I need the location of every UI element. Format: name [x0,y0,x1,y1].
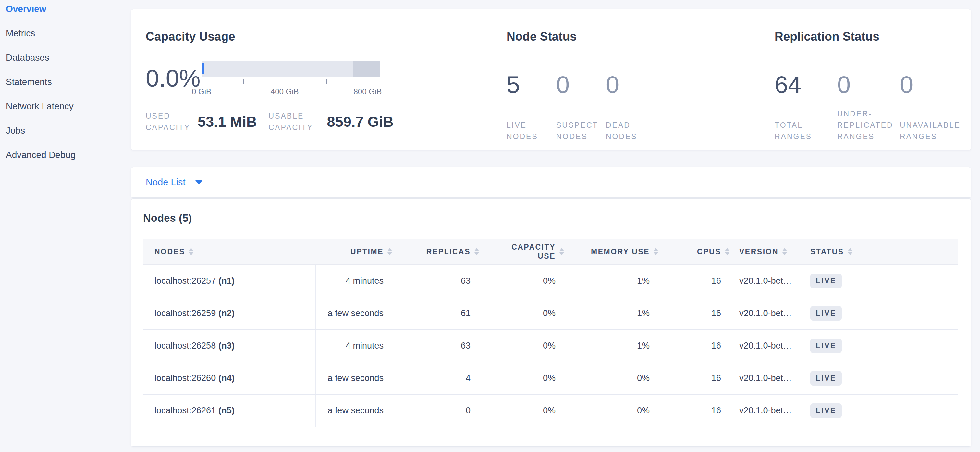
replicas-cell: 61 [395,297,482,330]
capacity-usage-title: Capacity Usage [146,30,507,44]
nodes-table: NODES UPTIME REPLICAS CAPACITY USE [143,239,958,427]
sort-icon[interactable] [189,248,193,255]
status-badge: LIVE [810,274,842,288]
node-address-cell[interactable]: localhost:26259 (n2) [143,297,316,330]
memory-use-cell: 1% [567,330,661,362]
capacity-stats: USED CAPACITY 53.1 MiB USABLE CAPACITY 8… [146,111,507,133]
gauge-tick [326,79,327,84]
sidebar-item-databases[interactable]: Databases [6,45,131,70]
memory-use-cell: 1% [567,265,661,297]
sort-icon[interactable] [783,248,787,255]
node-status-values: 5 0 0 [507,73,771,97]
node-id: (n2) [218,308,235,319]
sidebar-item-overview[interactable]: Overview [6,0,131,21]
column-header-status[interactable]: STATUS [809,239,958,264]
status-badge: LIVE [810,403,842,418]
node-address-cell[interactable]: localhost:26258 (n3) [143,330,316,362]
node-address: localhost:26261 [154,406,216,416]
uptime-cell: a few seconds [316,297,395,330]
node-address-cell[interactable]: localhost:26261 (n5) [143,395,316,427]
node-id: (n3) [218,341,235,351]
usable-capacity-value: 859.7 GiB [327,114,394,130]
column-header-nodes[interactable]: NODES [143,239,316,264]
used-capacity-value: 53.1 MiB [197,114,257,130]
table-row[interactable]: localhost:26260 (n4) a few seconds 4 0% … [143,362,958,395]
usable-capacity-label: USABLE CAPACITY [269,111,327,133]
capacity-gauge-axis: 0 GiB 400 GiB 800 GiB [202,87,380,96]
capacity-gauge-used-marker [202,63,204,74]
node-status-title: Node Status [507,30,771,44]
replicas-cell: 0 [395,395,482,427]
cpus-cell: 16 [661,265,733,297]
table-row[interactable]: localhost:26258 (n3) 4 minutes 63 0% 1% … [143,330,958,362]
chevron-down-icon [195,180,202,184]
status-cell: LIVE [809,297,958,330]
suspect-nodes-value: 0 [556,73,606,97]
capacity-use-cell: 0% [482,395,567,427]
axis-label-0gib: 0 GiB [192,87,211,96]
column-header-label: UPTIME [350,247,383,256]
table-row[interactable]: localhost:26261 (n5) a few seconds 0 0% … [143,395,958,427]
version-cell: v20.1.0-bet… [733,362,809,394]
unavailable-ranges-value: 0 [900,73,963,97]
capacity-use-cell: 0% [482,330,567,362]
sidebar-item-statements[interactable]: Statements [6,70,131,94]
sidebar-item-network-latency[interactable]: Network Latency [6,94,131,118]
sort-icon[interactable] [654,248,658,255]
column-header-label: STATUS [810,247,844,256]
replication-status-panel: Replication Status 64 0 0 TOTAL RANGES U… [771,10,971,150]
node-address-cell[interactable]: localhost:26260 (n4) [143,362,316,394]
node-address: localhost:26257 [154,276,216,286]
node-list-bar: Node List [131,167,971,198]
main-content: Capacity Usage 0.0% [131,0,980,452]
replication-status-title: Replication Status [775,30,971,44]
column-header-label: CPUS [697,247,721,256]
sort-icon[interactable] [560,248,564,255]
node-id: (n5) [218,406,235,416]
sort-icon[interactable] [474,248,479,255]
sort-icon[interactable] [725,248,729,255]
capacity-use-cell: 0% [482,297,567,330]
column-header-cpus[interactable]: CPUS [661,239,733,264]
replication-values: 64 0 0 [775,73,971,97]
dead-nodes-value: 0 [606,73,655,97]
column-header-capacity-use[interactable]: CAPACITY USE [482,239,567,264]
node-list-dropdown[interactable]: Node List [146,177,202,188]
version-cell: v20.1.0-bet… [733,265,809,297]
column-header-version[interactable]: VERSION [733,239,809,264]
cluster-summary-card: Capacity Usage 0.0% [131,9,971,151]
dead-nodes-label: DEAD NODES [606,120,655,142]
capacity-use-cell: 0% [482,265,567,297]
version-cell: v20.1.0-bet… [733,297,809,330]
sidebar-item-jobs[interactable]: Jobs [6,118,131,143]
replicas-cell: 63 [395,330,482,362]
cpus-cell: 16 [661,330,733,362]
status-badge: LIVE [810,371,842,385]
live-nodes-value: 5 [507,73,556,97]
column-header-label: MEMORY USE [591,247,650,256]
table-row[interactable]: localhost:26257 (n1) 4 minutes 63 0% 1% … [143,265,958,297]
node-status-panel: Node Status 5 0 0 LIVE NODES SUSPECT NOD… [507,10,771,150]
column-header-replicas[interactable]: REPLICAS [395,239,482,264]
gauge-tick [285,79,285,84]
total-ranges-value: 64 [775,73,837,97]
axis-label-400gib: 400 GiB [270,87,299,96]
status-badge: LIVE [810,306,842,321]
capacity-gauge-row: 0.0% [146,61,507,96]
column-header-uptime[interactable]: UPTIME [316,239,395,264]
uptime-cell: 4 minutes [316,330,395,362]
sort-icon[interactable] [848,248,853,255]
sidebar-item-advanced-debug[interactable]: Advanced Debug [6,143,131,167]
sidebar-item-metrics[interactable]: Metrics [6,21,131,45]
sort-icon[interactable] [387,248,392,255]
under-replicated-ranges-value: 0 [837,73,900,97]
capacity-gauge-bar [202,61,380,76]
node-address: localhost:26259 [154,308,216,319]
replication-labels: TOTAL RANGES UNDER-REPLICATED RANGES UNA… [775,97,971,142]
version-cell: v20.1.0-bet… [733,395,809,427]
table-row[interactable]: localhost:26259 (n2) a few seconds 61 0%… [143,297,958,330]
status-cell: LIVE [809,362,958,394]
memory-use-cell: 1% [567,297,661,330]
node-address-cell[interactable]: localhost:26257 (n1) [143,265,316,297]
column-header-memory-use[interactable]: MEMORY USE [567,239,661,264]
